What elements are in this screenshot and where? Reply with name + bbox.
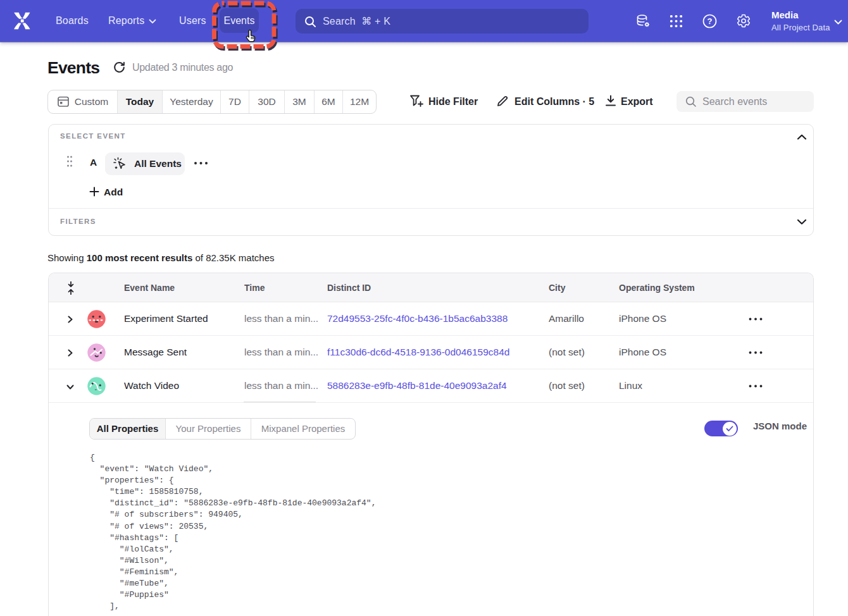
svg-text:?: ? [708, 16, 713, 26]
